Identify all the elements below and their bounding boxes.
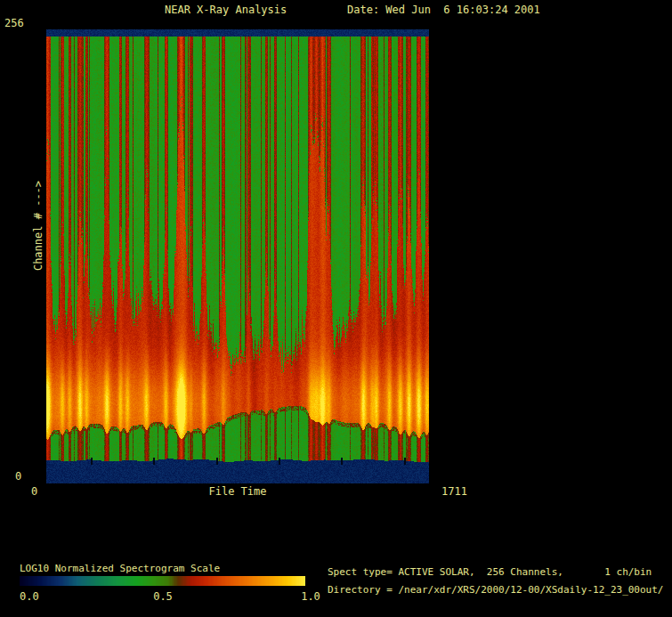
colorbar-title: LOG10 Normalized Spectrogram Scale — [20, 564, 220, 574]
x-axis-label: File Time — [46, 486, 429, 498]
x-axis-max-tick: 1711 — [441, 486, 467, 498]
y-axis-min-tick: 0 — [15, 471, 21, 483]
colorbar-tick-min: 0.0 — [20, 591, 39, 603]
date-label: Date: Wed Jun 6 16:03:24 2001 — [347, 4, 540, 16]
xray-analysis-window: { "header": { "title": "NEAR X-Ray Analy… — [0, 0, 672, 617]
x-axis-min-tick: 0 — [31, 486, 37, 498]
y-axis-max-tick: 256 — [4, 18, 24, 29]
directory-line: Directory = /near/xdr/XRS/2000/12-00/XSd… — [328, 585, 664, 596]
spectrogram-image — [46, 29, 429, 483]
colorbar-tick-mid: 0.5 — [153, 591, 173, 603]
colorbar-tick-max: 1.0 — [301, 591, 320, 603]
colorbar-gradient — [20, 576, 305, 586]
y-axis-label: Channel # ---> — [33, 168, 45, 284]
page-title: NEAR X-Ray Analysis — [165, 4, 287, 16]
spect-type-line: Spect type= ACTIVE SOLAR, 256 Channels, … — [328, 567, 652, 578]
